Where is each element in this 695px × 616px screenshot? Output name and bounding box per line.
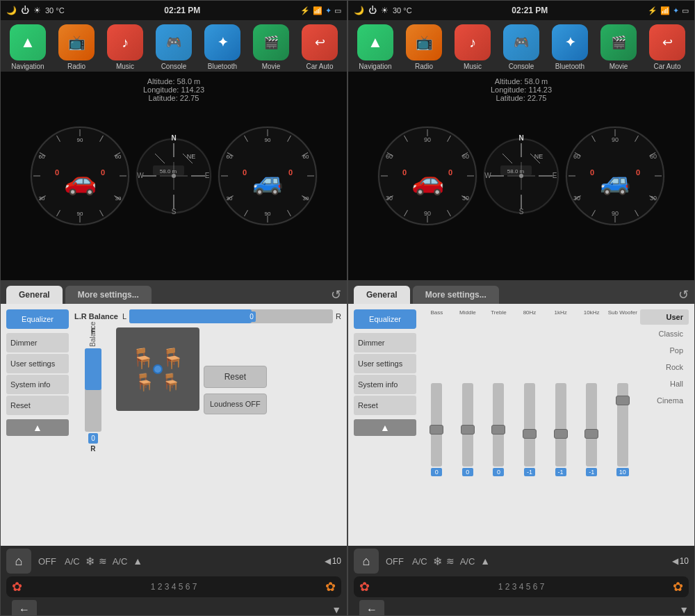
nav-btn-music-left[interactable]: ♪ (107, 24, 143, 60)
fr-vertical-slider[interactable] (85, 348, 101, 432)
bottom-row2-left: ← ▼ (1, 597, 347, 616)
nav-label-bluetooth-right: Bluetooth (555, 63, 584, 70)
fan-icon-left[interactable]: ❄ (85, 555, 95, 568)
nav-btn-radio-right[interactable]: 📺 (406, 24, 442, 60)
home-button-right[interactable]: ⌂ (354, 549, 379, 574)
tab-more-left[interactable]: More settings... (65, 286, 152, 304)
sidebar-dimmer-right[interactable]: Dimmer (354, 333, 416, 352)
nav-item-bluetooth-right[interactable]: ✦ Bluetooth (546, 24, 594, 70)
nav-btn-console-left[interactable]: 🎮 (156, 24, 192, 60)
lr-slider[interactable]: 0 (129, 309, 333, 323)
svg-text:30: 30 (650, 195, 657, 202)
right-buttons-left: Reset Loudness OFF (204, 327, 267, 453)
power-icon-right: ⏻ (368, 6, 377, 15)
nav-item-navigation-right[interactable]: ▲ Navigation (351, 24, 400, 70)
fan-warm-icon-left: ✿ (325, 579, 336, 594)
nav-btn-bluetooth-right[interactable]: ✦ (552, 24, 588, 60)
back-button-left[interactable]: ← (12, 600, 37, 616)
nav-item-radio-left[interactable]: 📺 Radio (52, 24, 101, 70)
sidebar-reset-left[interactable]: Reset (6, 396, 69, 415)
nav-label-carauto-right: Car Auto (654, 63, 681, 70)
vol-up-arrow-right[interactable]: ▲ (480, 556, 490, 567)
up-arrow-right[interactable]: ▲ (354, 419, 416, 436)
eq-label-subwoofer: Sub Woofer (607, 309, 637, 316)
heat-icon-left[interactable]: ≋ (99, 556, 107, 567)
preset-classic[interactable]: Classic (640, 326, 689, 341)
fan-speed-icon-right: ✿ (359, 579, 370, 594)
vol-up-arrow-left[interactable]: ▲ (133, 556, 142, 567)
nav-btn-carauto-right[interactable]: ↩ (649, 24, 685, 60)
sidebar-dimmer-left[interactable]: Dimmer (6, 333, 69, 352)
sidebar-user-settings-right[interactable]: User settings (354, 354, 416, 373)
preset-rock[interactable]: Rock (640, 359, 689, 375)
nav-item-carauto-left[interactable]: ↩ Car Auto (295, 24, 344, 70)
equalizer-btn-left[interactable]: Equalizer (6, 309, 69, 329)
nav-item-movie-right[interactable]: 🎬 Movie (594, 24, 643, 70)
off-label-left: OFF (38, 556, 56, 567)
settings-area-left: General More settings... ↺ Equalizer Dim… (1, 280, 347, 546)
nav-btn-bluetooth-left[interactable]: ✦ (204, 24, 240, 60)
nav-btn-movie-left[interactable]: 🎬 (253, 24, 289, 60)
sidebar-reset-right[interactable]: Reset (354, 396, 416, 415)
reset-button-left[interactable]: Reset (204, 366, 267, 388)
nav-item-console-right[interactable]: 🎮 Console (497, 24, 546, 70)
nav-item-navigation-left[interactable]: ▲ Navigation (3, 24, 52, 70)
nav-btn-movie-right[interactable]: 🎬 (600, 24, 637, 60)
gauges-left: 90 90 60 60 30 30 0 0 🚗 (1, 117, 347, 235)
nav-item-movie-left[interactable]: 🎬 Movie (247, 24, 295, 70)
tab-general-right[interactable]: General (354, 286, 410, 304)
eq-slider-bass[interactable] (431, 383, 442, 467)
preset-cinema[interactable]: Cinema (640, 393, 689, 408)
equalizer-btn-right[interactable]: Equalizer (354, 309, 416, 329)
nav-item-music-left[interactable]: ♪ Music (101, 24, 149, 70)
nav-btn-music-right[interactable]: ♪ (455, 24, 491, 60)
back-button-right[interactable]: ← (359, 600, 384, 616)
nav-item-music-right[interactable]: ♪ Music (448, 24, 497, 70)
nav-btn-navigation-left[interactable]: ▲ (10, 24, 46, 60)
preset-user[interactable]: User (640, 309, 689, 325)
seat-rear-left-icon: 🪑 (134, 373, 155, 392)
eq-slider-subwoofer[interactable] (617, 383, 628, 467)
preset-hall[interactable]: Hall (640, 376, 689, 391)
tab-back-left[interactable]: ↺ (331, 287, 341, 302)
home-button-left[interactable]: ⌂ (6, 549, 31, 574)
nav-btn-console-right[interactable]: 🎮 (503, 24, 539, 60)
nav-btn-navigation-right[interactable]: ▲ (357, 24, 393, 60)
volume-indicator-right: ◀ 10 (672, 556, 689, 566)
eq-slider-10khz[interactable] (586, 383, 597, 467)
eq-slider-treble[interactable] (493, 383, 504, 467)
nav-item-carauto-right[interactable]: ↩ Car Auto (643, 24, 692, 70)
nav-item-radio-right[interactable]: 📺 Radio (400, 24, 448, 70)
brightness-icon-right: ☀ (381, 6, 389, 15)
fan-speeds-right: 1 2 3 4 5 6 7 (498, 582, 545, 592)
tab-general-left[interactable]: General (6, 286, 63, 304)
eq-val-bass: 0 (431, 468, 442, 476)
tab-more-right[interactable]: More settings... (413, 286, 499, 304)
longitude-left: Longitude: 114.23 (143, 86, 204, 94)
fan-icon-right[interactable]: ❄ (433, 555, 442, 568)
eq-slider-middle[interactable] (462, 383, 473, 467)
heat-icon-right[interactable]: ≋ (446, 556, 455, 567)
eq-label-treble: Treble (484, 309, 514, 316)
panel-right: 🌙 ⏻ ☀ 30 °C 02:21 PM ⚡ 📶 ✦ ▭ ▲ Navigatio… (348, 0, 695, 616)
sidebar-system-info-left[interactable]: System info (6, 375, 69, 394)
tab-back-right[interactable]: ↺ (678, 287, 689, 302)
loudness-button-left[interactable]: Loudness OFF (204, 394, 267, 414)
nav-item-bluetooth-left[interactable]: ✦ Bluetooth (198, 24, 247, 70)
preset-pop[interactable]: Pop (640, 343, 689, 358)
nav-item-console-left[interactable]: 🎮 Console (149, 24, 198, 70)
nav-btn-carauto-left[interactable]: ↩ (302, 24, 338, 60)
nav-label-music-left: Music (116, 63, 134, 70)
nav-btn-radio-left[interactable]: 📺 (58, 24, 95, 60)
svg-point-104 (519, 174, 523, 178)
eq-slider-80hz[interactable] (524, 383, 535, 467)
vol-down-arrow-right[interactable]: ▼ (679, 604, 689, 615)
sidebar-user-settings-left[interactable]: User settings (6, 354, 69, 373)
lr-slider-container[interactable]: L 0 R (122, 309, 341, 323)
sidebar-system-info-right[interactable]: System info (354, 375, 416, 394)
seat-front-right-icon: 🪑 (161, 347, 185, 370)
vol-down-arrow-left[interactable]: ▼ (332, 604, 341, 615)
up-arrow-left[interactable]: ▲ (6, 419, 69, 436)
nav-icons-right: ▲ Navigation 📺 Radio ♪ Music 🎮 Console ✦… (348, 20, 694, 72)
eq-slider-1khz[interactable] (555, 383, 566, 467)
